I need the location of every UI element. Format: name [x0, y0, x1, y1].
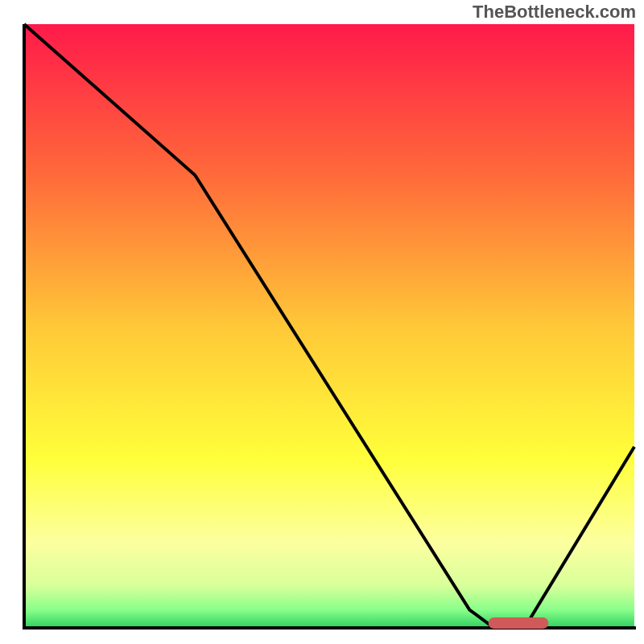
chart-gradient-bg: [24, 24, 634, 628]
bottleneck-chart: [0, 0, 644, 644]
watermark-text: TheBottleneck.com: [473, 2, 636, 23]
